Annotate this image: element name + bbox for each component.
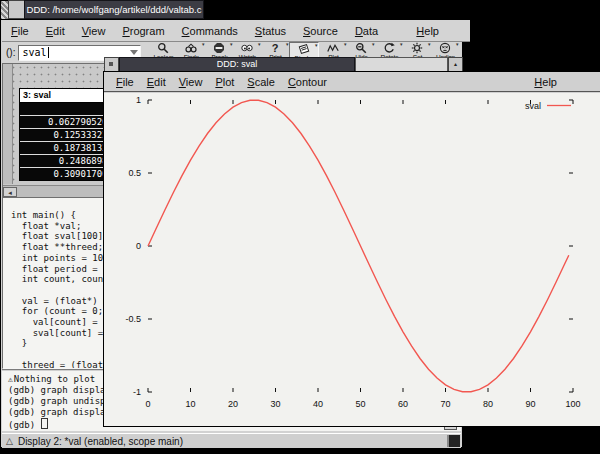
- dropdown-arrow-icon: ▾: [344, 42, 347, 47]
- dropdown-arrow-icon: ▾: [428, 42, 431, 47]
- table-row-value: 0.0627905205: [20, 115, 116, 128]
- table-row-value: 0.24868985: [20, 154, 116, 167]
- data-panel-vscrollbar[interactable]: [3, 64, 13, 184]
- menu-help[interactable]: Help: [534, 76, 557, 88]
- x-tick-label: 80: [483, 399, 493, 409]
- menu-file[interactable]: File: [11, 25, 29, 37]
- dropdown-arrow-icon: ▾: [400, 42, 403, 47]
- main-window-title: DDD: /home/wolfgang/artikel/ddd/valtab.c: [24, 0, 204, 19]
- x-tick-label: 0: [145, 399, 150, 409]
- x-tick-label: 30: [270, 399, 280, 409]
- dropdown-arrow-icon: ▾: [258, 42, 261, 47]
- status-text: Display 2: *val (enabled, scope main): [18, 436, 183, 447]
- plot-menubar: FileEditViewPlotScaleContourHelp: [104, 72, 600, 92]
- menu-commands[interactable]: Commands: [182, 25, 238, 37]
- plot-canvas[interactable]: 0102030405060708090100-1-0.500.51sval: [104, 93, 600, 426]
- rotate-icon: [383, 42, 395, 54]
- window-button-dot-icon: [109, 62, 113, 66]
- titlebar-stretch[interactable]: [355, 57, 448, 72]
- menu-file[interactable]: File: [116, 76, 134, 88]
- display-box-title[interactable]: 3: sval: [20, 89, 116, 103]
- magnifier-minus-icon: [355, 42, 367, 54]
- menu-contour[interactable]: Contour: [288, 76, 327, 88]
- arg-label: ():: [6, 47, 15, 58]
- dropdown-arrow-icon: ▾: [315, 43, 318, 48]
- dropdown-arrow-icon: ▾: [230, 42, 233, 47]
- combo-dropdown-icon[interactable]: [130, 50, 138, 55]
- y-tick-label: -0.5: [125, 314, 141, 324]
- stop-icon: [213, 42, 225, 54]
- menu-status[interactable]: Status: [255, 25, 286, 37]
- binoculars-icon: [185, 42, 197, 54]
- plot-curve-icon: [327, 42, 339, 54]
- menu-scale[interactable]: Scale: [247, 76, 275, 88]
- dropdown-arrow-icon: ▾: [202, 42, 205, 47]
- menu-view[interactable]: View: [82, 25, 106, 37]
- skull-icon: [439, 42, 451, 54]
- x-tick-label: 100: [565, 399, 580, 409]
- y-tick-label: -1: [133, 387, 141, 397]
- scroll-left-icon[interactable]: ◂: [3, 187, 17, 197]
- menu-program[interactable]: Program: [122, 25, 164, 37]
- resize-grip[interactable]: [447, 435, 460, 447]
- plot-window-title: DDD: sval: [119, 57, 355, 72]
- window-resize-button[interactable]: ▴: [448, 57, 463, 72]
- plot-titlebar[interactable]: DDD: sval ▴: [103, 57, 462, 71]
- dropdown-arrow-icon: ▾: [456, 42, 459, 47]
- y-tick-label: 1: [136, 95, 141, 105]
- menu-edit[interactable]: Edit: [147, 76, 166, 88]
- warning-icon: ⚠: [8, 375, 13, 384]
- status-toggle-icon[interactable]: △: [6, 436, 13, 446]
- table-row-value: 0.187381321: [20, 141, 116, 154]
- eyes-icon: [241, 42, 253, 54]
- plot-window-menu-button[interactable]: [104, 57, 119, 72]
- plot-window-body: FileEditViewPlotScaleContourHelp 0102030…: [103, 71, 600, 427]
- x-tick-label: 20: [228, 399, 238, 409]
- dropdown-arrow-icon: ▾: [286, 42, 289, 47]
- magnifier-icon: [157, 42, 169, 54]
- menu-data[interactable]: Data: [355, 25, 378, 37]
- ddd-plot-window: DDD: sval ▴ FileEditViewPlotScaleContour…: [103, 57, 600, 427]
- menu-help[interactable]: Help: [416, 25, 439, 37]
- table-row-value: 0.309017003: [20, 167, 116, 180]
- dropdown-arrow-icon: ▾: [372, 42, 375, 47]
- main-titlebar[interactable]: DDD: /home/wolfgang/artikel/ddd/valtab.c: [0, 0, 204, 19]
- x-tick-label: 90: [525, 399, 535, 409]
- window-menu-button[interactable]: [8, 0, 25, 19]
- x-tick-label: 40: [313, 399, 323, 409]
- question-icon: ?: [269, 42, 281, 54]
- menu-source[interactable]: Source: [303, 25, 338, 37]
- arg-value: sval: [22, 47, 46, 58]
- table-row-value: 0.125333235: [20, 128, 116, 141]
- x-tick-label: 70: [440, 399, 450, 409]
- menu-plot[interactable]: Plot: [215, 76, 234, 88]
- display-sheet-icon: [298, 43, 310, 55]
- main-menubar: FileEditViewProgramCommandsStatusSourceD…: [2, 20, 470, 42]
- x-tick-label: 10: [185, 399, 195, 409]
- y-tick-label: 0.5: [128, 168, 141, 178]
- menu-view[interactable]: View: [179, 76, 203, 88]
- console-warning-text: Nothing to plot: [14, 374, 95, 384]
- x-tick-label: 50: [355, 399, 365, 409]
- status-bar: △ Display 2: *val (enabled, scope main): [2, 433, 461, 448]
- sine-curve: [148, 100, 569, 391]
- y-tick-label: 0: [136, 241, 141, 251]
- menu-edit[interactable]: Edit: [46, 25, 65, 37]
- legend-label: sval: [525, 101, 541, 111]
- table-row-value: 0: [20, 103, 116, 115]
- plot-svg: 0102030405060708090100-1-0.500.51sval: [104, 93, 599, 426]
- svg-text:?: ?: [272, 42, 279, 54]
- gear-icon: [411, 42, 423, 54]
- console-cursor: [41, 418, 48, 429]
- text-cursor: [48, 47, 49, 58]
- x-tick-label: 60: [398, 399, 408, 409]
- display-box-values: 00.06279052050.1253332350.1873813210.248…: [20, 103, 116, 180]
